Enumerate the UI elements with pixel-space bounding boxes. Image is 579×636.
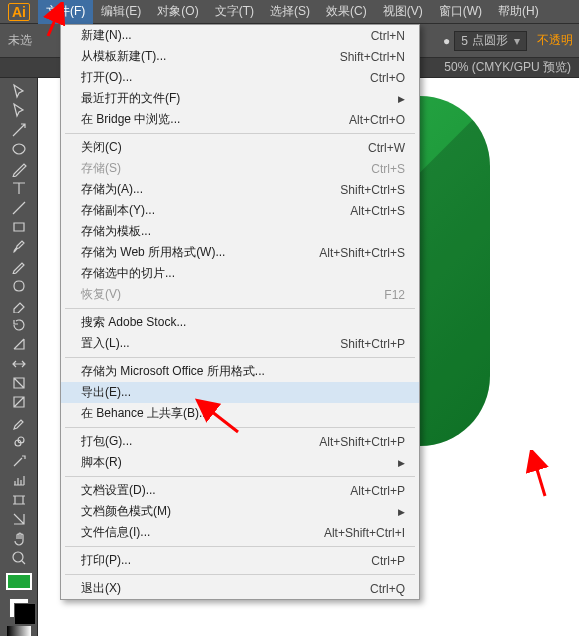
- tool-slice[interactable]: [6, 511, 32, 528]
- tool-pencil[interactable]: [6, 257, 32, 274]
- menu-item-存储副本Y[interactable]: 存储副本(Y)...Alt+Ctrl+S: [61, 200, 419, 221]
- annotation-arrow-1: [40, 2, 70, 42]
- tool-type[interactable]: [6, 179, 32, 196]
- menu-item-退出X[interactable]: 退出(X)Ctrl+Q: [61, 578, 419, 599]
- separator: [65, 546, 415, 547]
- menu-item-label: 文档设置(D)...: [81, 482, 156, 499]
- tool-blob[interactable]: [6, 277, 32, 294]
- tool-free-transform[interactable]: [6, 374, 32, 391]
- tool-eyedropper[interactable]: [6, 413, 32, 430]
- menu-item-脚本R[interactable]: 脚本(R)▶: [61, 452, 419, 473]
- menu-item-存储为Web所用格式W[interactable]: 存储为 Web 所用格式(W)...Alt+Shift+Ctrl+S: [61, 242, 419, 263]
- stroke-point-field[interactable]: 5 点圆形 ▾: [454, 31, 527, 51]
- menu-item-label: 在 Bridge 中浏览...: [81, 111, 180, 128]
- menu-item-shortcut: Alt+Shift+Ctrl+S: [319, 246, 405, 260]
- menu-窗口[interactable]: 窗口(W): [431, 0, 490, 24]
- opacity-label[interactable]: 不透明: [531, 32, 579, 49]
- separator: [65, 308, 415, 309]
- menu-item-label: 存储副本(Y)...: [81, 202, 155, 219]
- tool-selection[interactable]: [6, 82, 32, 99]
- menu-item-label: 存储为(A)...: [81, 181, 143, 198]
- menu-对象[interactable]: 对象(O): [149, 0, 206, 24]
- menu-帮助[interactable]: 帮助(H): [490, 0, 547, 24]
- zoom-status: 50% (CMYK/GPU 预览): [436, 59, 579, 76]
- menu-item-恢复V: 恢复(V)F12: [61, 284, 419, 305]
- app-logo: Ai: [0, 3, 38, 21]
- menu-item-shortcut: Ctrl+N: [371, 29, 405, 43]
- menu-编辑[interactable]: 编辑(E): [93, 0, 149, 24]
- menu-item-存储S: 存储(S)Ctrl+S: [61, 158, 419, 179]
- tool-symbol-sprayer[interactable]: [6, 452, 32, 469]
- menu-文字[interactable]: 文字(T): [207, 0, 262, 24]
- menu-item-shortcut: Ctrl+O: [370, 71, 405, 85]
- menu-item-打开O[interactable]: 打开(O)...Ctrl+O: [61, 67, 419, 88]
- menu-选择[interactable]: 选择(S): [262, 0, 318, 24]
- menu-item-存储选中的切片[interactable]: 存储选中的切片...: [61, 263, 419, 284]
- annotation-arrow-3: [525, 450, 565, 500]
- menu-item-关闭C[interactable]: 关闭(C)Ctrl+W: [61, 137, 419, 158]
- stroke-point-value: 5: [461, 34, 468, 48]
- file-menu-dropdown: 新建(N)...Ctrl+N从模板新建(T)...Shift+Ctrl+N打开(…: [60, 24, 420, 600]
- tool-graph[interactable]: [6, 472, 32, 489]
- menu-item-shortcut: Ctrl+Q: [370, 582, 405, 596]
- menu-item-存储为Microsoft[interactable]: 存储为 Microsoft Office 所用格式...: [61, 361, 419, 382]
- logo-box: Ai: [8, 3, 30, 21]
- menu-item-文档设置D[interactable]: 文档设置(D)...Alt+Ctrl+P: [61, 480, 419, 501]
- menu-item-文档颜色模式M[interactable]: 文档颜色模式(M)▶: [61, 501, 419, 522]
- menu-item-label: 存储选中的切片...: [81, 265, 175, 282]
- menu-item-shortcut: Ctrl+W: [368, 141, 405, 155]
- menu-item-shortcut: Shift+Ctrl+N: [340, 50, 405, 64]
- tool-direct-select[interactable]: [6, 101, 32, 118]
- fill-swatch[interactable]: [6, 573, 32, 590]
- menu-item-label: 从模板新建(T)...: [81, 48, 166, 65]
- menu-item-label: 恢复(V): [81, 286, 121, 303]
- color-picker[interactable]: [7, 598, 31, 636]
- menu-item-label: 存储(S): [81, 160, 121, 177]
- annotation-arrow-2: [190, 398, 250, 438]
- menu-item-在Bridge中浏览[interactable]: 在 Bridge 中浏览...Alt+Ctrl+O: [61, 109, 419, 130]
- separator: [65, 476, 415, 477]
- menu-item-文件信息I[interactable]: 文件信息(I)...Alt+Shift+Ctrl+I: [61, 522, 419, 543]
- separator: [65, 357, 415, 358]
- separator: [65, 574, 415, 575]
- submenu-arrow-icon: ▶: [398, 507, 405, 517]
- separator: [65, 133, 415, 134]
- submenu-arrow-icon: ▶: [398, 94, 405, 104]
- menu-item-新建N[interactable]: 新建(N)...Ctrl+N: [61, 25, 419, 46]
- menu-item-label: 置入(L)...: [81, 335, 130, 352]
- menu-item-label: 存储为 Microsoft Office 所用格式...: [81, 363, 265, 380]
- menu-item-label: 打印(P)...: [81, 552, 131, 569]
- menu-item-shortcut: Shift+Ctrl+P: [340, 337, 405, 351]
- menu-效果[interactable]: 效果(C): [318, 0, 375, 24]
- tool-line[interactable]: [6, 199, 32, 216]
- tool-artboard[interactable]: [6, 491, 32, 508]
- tool-lasso[interactable]: [6, 140, 32, 157]
- tool-rectangle[interactable]: [6, 218, 32, 235]
- tool-rotate[interactable]: [6, 316, 32, 333]
- tool-hand[interactable]: [6, 530, 32, 547]
- tool-magic-wand[interactable]: [6, 121, 32, 138]
- stroke-point-label: 点圆形: [472, 32, 508, 49]
- menu-item-从模板新建T[interactable]: 从模板新建(T)...Shift+Ctrl+N: [61, 46, 419, 67]
- tool-eraser[interactable]: [6, 296, 32, 313]
- menu-item-label: 搜索 Adobe Stock...: [81, 314, 186, 331]
- menu-item-存储为A[interactable]: 存储为(A)...Shift+Ctrl+S: [61, 179, 419, 200]
- tool-blend[interactable]: [6, 433, 32, 450]
- menu-item-最近打开的文件F[interactable]: 最近打开的文件(F)▶: [61, 88, 419, 109]
- tool-scale[interactable]: [6, 335, 32, 352]
- menu-item-搜索AdobeStock[interactable]: 搜索 Adobe Stock...: [61, 312, 419, 333]
- menu-item-shortcut: Alt+Shift+Ctrl+I: [324, 526, 405, 540]
- menu-item-label: 脚本(R): [81, 454, 122, 471]
- tool-pen[interactable]: [6, 160, 32, 177]
- menu-视图[interactable]: 视图(V): [375, 0, 431, 24]
- menu-item-置入L[interactable]: 置入(L)...Shift+Ctrl+P: [61, 333, 419, 354]
- tool-brush[interactable]: [6, 238, 32, 255]
- tool-zoom[interactable]: [6, 550, 32, 567]
- submenu-arrow-icon: ▶: [398, 458, 405, 468]
- menu-item-存储为模板[interactable]: 存储为模板...: [61, 221, 419, 242]
- menu-item-label: 新建(N)...: [81, 27, 132, 44]
- tool-gradient[interactable]: [6, 394, 32, 411]
- menu-item-shortcut: Shift+Ctrl+S: [340, 183, 405, 197]
- tool-width[interactable]: [6, 355, 32, 372]
- menu-item-打印P[interactable]: 打印(P)...Ctrl+P: [61, 550, 419, 571]
